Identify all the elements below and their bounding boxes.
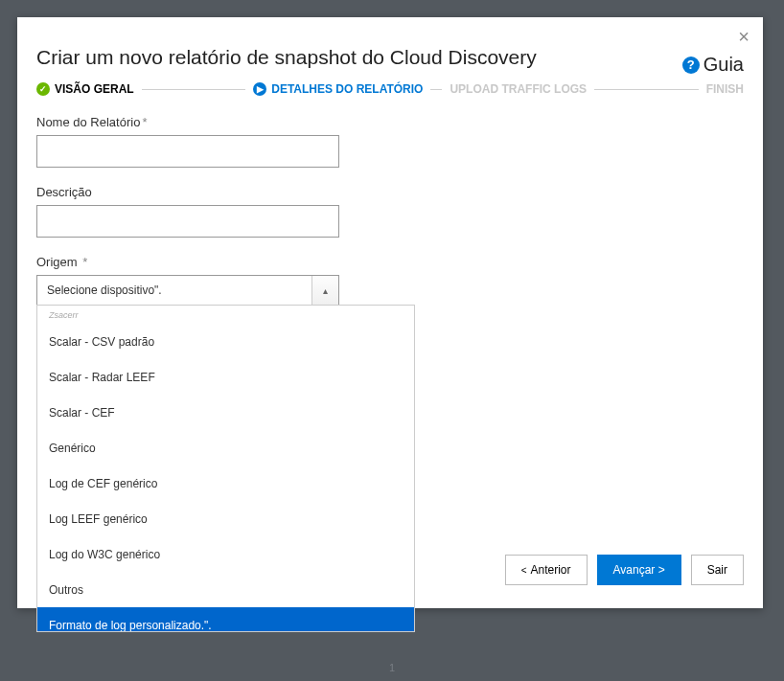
dropdown-item[interactable]: Log de CEF genérico [37, 465, 414, 501]
next-button[interactable]: Avançar > [597, 555, 681, 585]
step-upload: UPLOAD TRAFFIC LOGS [450, 82, 587, 96]
dropdown-item[interactable]: Log do W3C genérico [37, 536, 414, 572]
dropdown-item[interactable]: Scalar - CSV padrão [37, 324, 414, 359]
dropdown-partial-item[interactable]: Zsacerr [37, 306, 414, 324]
create-snapshot-modal: × Criar um novo relatório de snapshot do… [17, 17, 763, 608]
help-icon: ? [682, 57, 700, 74]
description-label: Descrição [36, 185, 744, 199]
dropdown-item[interactable]: Outros [37, 572, 414, 607]
modal-title: Criar um novo relatório de snapshot do C… [36, 46, 744, 69]
wizard-steps: ✓ VISÃO GERAL ▶ DETALHES DO RELATÓRIO UP… [36, 82, 744, 96]
dropdown-item[interactable]: Genérico [37, 430, 414, 465]
exit-button[interactable]: Sair [691, 555, 744, 585]
dropdown-item-selected[interactable]: Formato de log personalizado.". [37, 607, 414, 631]
chevron-up-icon: ▴ [311, 276, 338, 305]
dropdown-item[interactable]: Log LEEF genérico [37, 501, 414, 536]
report-name-input[interactable] [36, 135, 339, 168]
previous-button[interactable]: < Anterior [505, 555, 588, 585]
play-icon: ▶ [253, 82, 266, 96]
step-finish: FINISH [706, 82, 744, 96]
source-label: Origem * [36, 255, 744, 269]
guide-link[interactable]: ? Guia [682, 54, 744, 76]
report-name-label: Nome do Relatório* [36, 115, 744, 129]
source-dropdown: Zsacerr Scalar - CSV padrão Scalar - Rad… [36, 305, 415, 632]
close-icon[interactable]: × [738, 27, 749, 46]
source-select[interactable]: Selecione dispositivo". ▴ [36, 275, 339, 306]
background-page-number: 1 [389, 662, 395, 673]
source-selected-text: Selecione dispositivo". [47, 284, 162, 297]
step-overview[interactable]: ✓ VISÃO GERAL [36, 82, 134, 96]
guide-label: Guia [703, 54, 744, 76]
chevron-left-icon: < [521, 565, 527, 576]
dropdown-item[interactable]: Scalar - CEF [37, 395, 414, 430]
check-icon: ✓ [36, 82, 50, 96]
description-input[interactable] [36, 205, 339, 238]
step-details[interactable]: ▶ DETALHES DO RELATÓRIO [253, 82, 423, 96]
dropdown-item[interactable]: Scalar - Radar LEEF [37, 359, 414, 395]
